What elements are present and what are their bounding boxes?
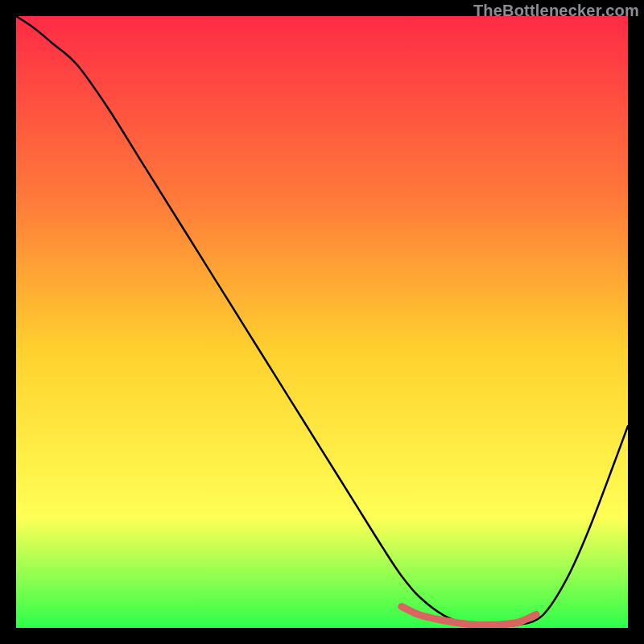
bottleneck-chart [16,16,628,628]
attribution-text: TheBottlenecker.com [473,2,639,20]
